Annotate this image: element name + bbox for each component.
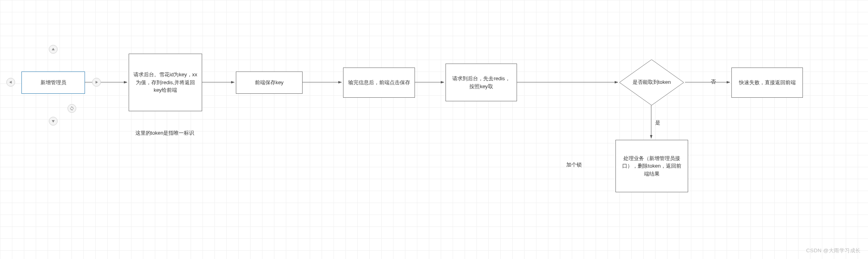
triangle-down-icon	[51, 119, 56, 124]
annotation-lock-note: 加个锁	[558, 161, 590, 169]
diagram-canvas[interactable]: 新增管理员 请求后台。雪花id为key，xx为值，存到redis,并将返回key…	[0, 0, 868, 259]
edge-label-no: 否	[711, 78, 716, 85]
decision-token[interactable]: 是否能取到token	[619, 60, 684, 105]
node-fail-fast[interactable]: 快速失败，直接返回前端	[731, 68, 803, 98]
handle-bottom[interactable]	[49, 117, 58, 126]
node-text: 请求到后台，先去redis，按照key取	[450, 75, 513, 90]
annotation-token-note: 这里的token是指唯一标识	[127, 129, 203, 137]
node-text: 输完信息后，前端点击保存	[348, 79, 410, 87]
handle-rotate[interactable]	[68, 104, 76, 113]
node-frontend-save-key[interactable]: 前端保存key	[236, 72, 303, 94]
node-text: 新增管理员	[41, 79, 66, 87]
triangle-right-icon	[94, 80, 99, 85]
node-text: 前端保存key	[255, 79, 284, 87]
rotate-icon	[69, 106, 74, 111]
handle-right[interactable]	[92, 78, 101, 87]
node-text: 处理业务（新增管理员接口），删除token，返回前端结果	[620, 155, 684, 178]
node-text: 请求后台。雪花id为key，xx为值，存到redis,并将返回key给前端	[133, 71, 198, 94]
node-new-admin[interactable]: 新增管理员	[21, 72, 85, 94]
handle-top[interactable]	[49, 45, 58, 54]
node-request-backend[interactable]: 请求后台。雪花id为key，xx为值，存到redis,并将返回key给前端	[129, 54, 202, 111]
node-fetch-redis[interactable]: 请求到后台，先去redis，按照key取	[446, 64, 517, 101]
triangle-left-icon	[8, 80, 13, 85]
node-text: 快速失败，直接返回前端	[739, 79, 796, 87]
watermark: CSDN @大雨学习成长	[806, 247, 861, 254]
edge-label-yes: 是	[655, 119, 660, 126]
decision-text: 是否能取到token	[628, 79, 676, 86]
node-click-save[interactable]: 输完信息后，前端点击保存	[343, 68, 415, 98]
handle-left[interactable]	[6, 78, 15, 87]
triangle-up-icon	[51, 47, 56, 52]
node-process-business[interactable]: 处理业务（新增管理员接口），删除token，返回前端结果	[615, 140, 688, 192]
